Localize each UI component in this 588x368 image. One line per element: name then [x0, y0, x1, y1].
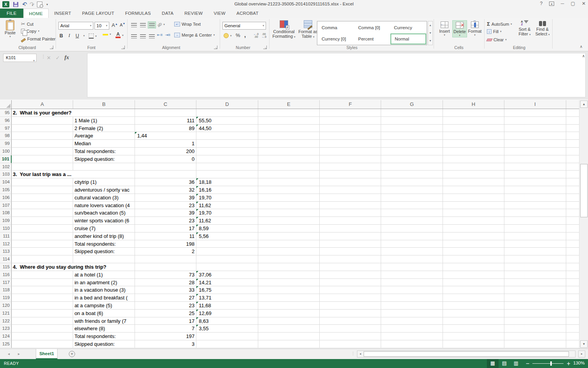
- cell[interactable]: [443, 279, 504, 287]
- cell-d99[interactable]: [196, 140, 258, 148]
- row-header-122[interactable]: 122: [0, 317, 12, 325]
- cell-b98[interactable]: Average: [73, 132, 135, 140]
- row-header-102[interactable]: 102: [0, 163, 12, 171]
- insert-cells-button[interactable]: Insert ▾: [437, 20, 452, 37]
- cell-partial[interactable]: [566, 263, 579, 271]
- column-header-g[interactable]: G: [381, 100, 443, 109]
- column-header-e[interactable]: E: [258, 100, 320, 109]
- accounting-format-button[interactable]: ▾: [224, 33, 232, 38]
- cell-a96[interactable]: [12, 117, 73, 125]
- cell[interactable]: [504, 286, 566, 294]
- cell[interactable]: [443, 302, 504, 310]
- select-all-corner[interactable]: [0, 100, 12, 109]
- cell-d106[interactable]: 19,70: [196, 194, 258, 202]
- comma-style-button[interactable]: ,: [244, 33, 246, 37]
- cell-d121[interactable]: 12,69: [196, 310, 258, 317]
- cell-a121[interactable]: [12, 310, 73, 317]
- cell-a107[interactable]: [12, 202, 73, 210]
- increase-decimal-button[interactable]: ←.0.00: [254, 33, 259, 38]
- cell-partial[interactable]: [566, 286, 579, 294]
- cell[interactable]: [196, 263, 258, 271]
- align-left-button[interactable]: [130, 33, 138, 40]
- cell[interactable]: [381, 255, 443, 263]
- cell-d119[interactable]: 13,71: [196, 294, 258, 302]
- scroll-up-icon[interactable]: ▲: [580, 100, 588, 108]
- cell[interactable]: [320, 117, 381, 125]
- fill-color-dropdown-icon[interactable]: ▾: [110, 33, 111, 36]
- cell-b117[interactable]: in an apartment (2): [73, 279, 135, 287]
- font-dialog-launcher-icon[interactable]: [121, 46, 125, 49]
- row-header-120[interactable]: 120: [0, 302, 12, 310]
- row-header-125[interactable]: 125: [0, 340, 12, 348]
- cell-d105[interactable]: 16,16: [196, 186, 258, 194]
- cell[interactable]: [381, 263, 443, 271]
- cell[interactable]: [258, 155, 320, 163]
- cell-b110[interactable]: cruise (7): [73, 225, 135, 232]
- cell-partial[interactable]: [566, 333, 579, 340]
- cell-b96[interactable]: 1 Male (1): [73, 117, 135, 125]
- cell[interactable]: [504, 232, 566, 240]
- insert-function-icon[interactable]: fx: [65, 55, 69, 61]
- cell[interactable]: [320, 163, 381, 171]
- cell[interactable]: [258, 178, 320, 186]
- autosum-button[interactable]: Σ AutoSum ▾: [487, 21, 512, 27]
- row-header-98[interactable]: 98: [0, 132, 12, 140]
- style-normal[interactable]: Normal: [390, 33, 426, 44]
- font-size-combobox[interactable]: 10▾: [94, 22, 109, 30]
- cell[interactable]: [320, 302, 381, 310]
- fill-button[interactable]: ↓ Fill ▾: [487, 29, 502, 34]
- decrease-indent-icon[interactable]: ⇤≡: [157, 33, 163, 37]
- italic-button[interactable]: I: [67, 33, 71, 39]
- cell-b102[interactable]: [73, 163, 135, 171]
- cell-b111[interactable]: another kind of trip (8): [73, 232, 135, 240]
- cell[interactable]: [258, 333, 320, 340]
- cell[interactable]: [443, 333, 504, 340]
- cell[interactable]: [320, 240, 381, 248]
- cell[interactable]: [504, 132, 566, 140]
- row-header-117[interactable]: 117: [0, 279, 12, 287]
- format-as-table-dropdown-icon[interactable]: ▾: [313, 35, 315, 38]
- decrease-decimal-button[interactable]: .00→.0: [261, 33, 266, 38]
- cell[interactable]: [381, 232, 443, 240]
- close-button[interactable]: ✕: [582, 1, 586, 6]
- merge-center-dropdown-icon[interactable]: ▾: [214, 33, 215, 37]
- align-center-button[interactable]: [139, 33, 147, 40]
- cell[interactable]: [196, 171, 258, 178]
- cell[interactable]: [504, 240, 566, 248]
- cell[interactable]: [258, 255, 320, 263]
- cell-c109[interactable]: 23: [135, 217, 196, 225]
- cell[interactable]: [381, 279, 443, 287]
- cell-c112[interactable]: 198: [135, 240, 196, 248]
- cell[interactable]: [320, 294, 381, 302]
- font-color-button[interactable]: A ▾: [116, 32, 124, 38]
- cell[interactable]: [320, 186, 381, 194]
- cell[interactable]: [381, 294, 443, 302]
- cell-c98[interactable]: 1,44: [135, 132, 196, 140]
- cell-a101[interactable]: [12, 155, 73, 163]
- cell-d122[interactable]: 8,63: [196, 317, 258, 325]
- cell-c108[interactable]: 39: [135, 209, 196, 217]
- cell[interactable]: [381, 317, 443, 325]
- cell[interactable]: [443, 109, 504, 117]
- row-header-108[interactable]: 108: [0, 209, 12, 217]
- cell[interactable]: [258, 271, 320, 279]
- cell-a108[interactable]: [12, 209, 73, 217]
- conditional-formatting-button[interactable]: Conditional Formatting ▾: [271, 20, 296, 39]
- accounting-dropdown-icon[interactable]: ▾: [230, 34, 232, 37]
- cell[interactable]: [504, 163, 566, 171]
- sort-filter-dropdown-icon[interactable]: ▾: [529, 33, 531, 36]
- cell[interactable]: [443, 202, 504, 210]
- cell[interactable]: [320, 255, 381, 263]
- row-header-110[interactable]: 110: [0, 225, 12, 232]
- horizontal-scrollbar-thumb[interactable]: [364, 351, 569, 357]
- cell[interactable]: [504, 194, 566, 202]
- cell-d111[interactable]: 5,56: [196, 232, 258, 240]
- cell[interactable]: [258, 125, 320, 132]
- row-header-111[interactable]: 111: [0, 232, 12, 240]
- cell-c96[interactable]: 111: [135, 117, 196, 125]
- cell[interactable]: [381, 271, 443, 279]
- cell-partial[interactable]: [566, 310, 579, 317]
- scroll-right-icon[interactable]: ▸: [578, 350, 585, 357]
- row-header-123[interactable]: 123: [0, 325, 12, 333]
- cell[interactable]: [135, 109, 196, 117]
